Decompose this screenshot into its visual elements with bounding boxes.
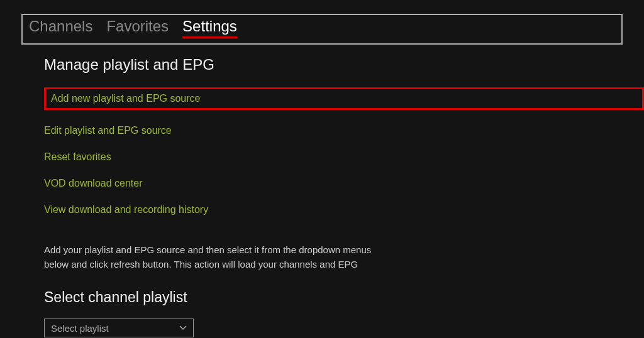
option-add-new-playlist[interactable]: Add new playlist and EPG source — [51, 93, 200, 104]
tab-settings[interactable]: Settings — [182, 18, 237, 38]
chevron-down-icon — [179, 324, 187, 332]
settings-content: Manage playlist and EPG Add new playlist… — [0, 45, 644, 337]
highlight-box: Add new playlist and EPG source — [44, 87, 644, 110]
select-section-title: Select channel playlist — [44, 289, 644, 306]
option-reset-favorites[interactable]: Reset favorites — [44, 151, 644, 163]
instructions-text: Add your playlist and EPG source and the… — [44, 243, 396, 271]
options-list: Add new playlist and EPG source Edit pla… — [44, 87, 644, 215]
manage-section-title: Manage playlist and EPG — [44, 56, 644, 74]
tab-channels[interactable]: Channels — [29, 18, 92, 38]
tab-bar: Channels Favorites Settings — [21, 14, 623, 45]
dropdown-label: Select playlist — [51, 323, 109, 334]
tab-favorites[interactable]: Favorites — [106, 18, 169, 38]
option-view-history[interactable]: View download and recording history — [44, 204, 644, 215]
option-edit-playlist[interactable]: Edit playlist and EPG source — [44, 125, 644, 136]
playlist-dropdown[interactable]: Select playlist — [44, 319, 194, 337]
highlight-annotation: Add new playlist and EPG source — [44, 87, 644, 110]
option-vod-download[interactable]: VOD download center — [44, 178, 644, 189]
